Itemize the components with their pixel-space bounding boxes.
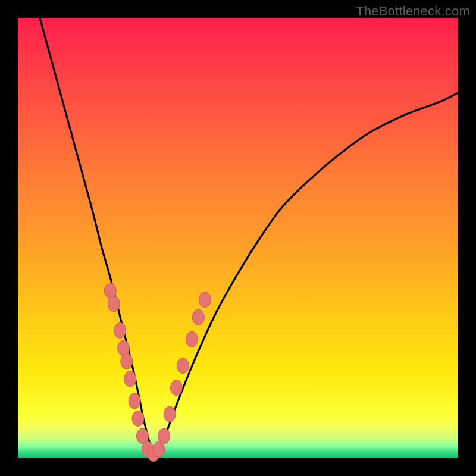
- curve-markers: [104, 283, 211, 462]
- curve-marker: [108, 296, 120, 312]
- curve-marker: [132, 411, 144, 426]
- watermark-text: TheBottleneck.com: [356, 4, 470, 19]
- curve-marker: [121, 353, 133, 369]
- curve-marker: [177, 358, 189, 374]
- bottleneck-curve: [40, 18, 458, 454]
- curve-marker: [129, 393, 140, 409]
- curve-marker: [164, 406, 176, 422]
- curve-marker: [158, 428, 170, 444]
- curve-marker: [199, 292, 211, 308]
- chart-svg: [18, 18, 458, 458]
- curve-marker: [114, 322, 126, 338]
- curve-marker: [124, 371, 136, 387]
- chart-frame: TheBottleneck.com: [0, 0, 476, 476]
- curve-path-group: [40, 18, 458, 454]
- curve-marker: [186, 331, 198, 347]
- curve-marker: [192, 309, 204, 325]
- curve-marker: [170, 380, 182, 396]
- plot-area: [18, 18, 458, 458]
